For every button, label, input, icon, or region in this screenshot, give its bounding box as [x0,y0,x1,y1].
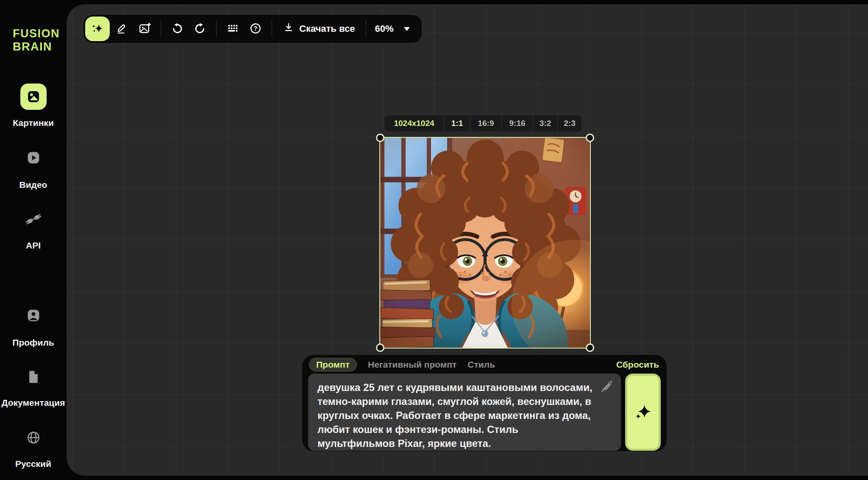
help-icon: ? [249,22,262,36]
selection-handle-bottom-right[interactable] [586,343,594,352]
aspect-option-1-1[interactable]: 1:1 [444,115,470,131]
sidebar-item-docs[interactable] [0,370,67,386]
profile-icon [26,308,41,323]
selection-handle-top-right[interactable] [586,134,594,142]
keyboard-shortcuts-icon [226,22,239,36]
redo-icon [194,22,206,36]
selection-handle-bottom-left[interactable] [376,343,384,352]
generate-button[interactable] [625,374,661,451]
prompt-input-wrap: девушка 25 лет с кудрявыми каштановыми в… [308,374,621,451]
magic-pen-icon[interactable] [600,380,613,395]
chevron-down-icon [404,27,410,31]
tab-style[interactable]: Стиль [467,360,495,370]
fusion-brain-logo[interactable]: FUSION BRAIN [13,27,60,53]
aspect-option-16-9[interactable]: 16:9 [470,115,501,131]
aspect-option-3-2[interactable]: 3:2 [533,115,557,131]
resolution-value[interactable]: 1024x1024 [384,115,444,131]
video-icon [26,151,41,165]
zoom-value: 60% [375,23,393,34]
aspect-option-2-3[interactable]: 2:3 [557,115,581,131]
sidebar-item-video[interactable] [0,151,67,167]
download-icon [283,22,294,36]
reset-button[interactable]: Сбросить [616,360,659,370]
redo-button[interactable] [189,17,211,41]
download-all-label: Скачать все [299,23,355,34]
api-plug-icon [25,211,42,227]
tab-prompt[interactable]: Промпт [309,358,357,371]
undo-button[interactable] [166,17,188,41]
globe-icon [26,430,41,445]
sidebar-item-images-label: Картинки [0,118,67,128]
download-all-button[interactable]: Скачать все [277,22,361,36]
aspect-ratio-toolbar: 1024x1024 1:1 16:9 9:16 3:2 2:3 [384,115,581,131]
sidebar-item-docs-label: Документация [0,398,67,408]
sidebar-item-video-label: Видео [0,180,67,190]
sidebar-item-images[interactable] [0,84,67,110]
sidebar-item-profile[interactable] [0,308,67,324]
sidebar-item-api-label: API [0,240,67,251]
zoom-control[interactable]: 60% [371,23,413,34]
toolbar-divider [366,21,366,37]
help-button[interactable]: ? [245,17,267,41]
selection-handle-top-left[interactable] [376,134,384,142]
aspect-option-9-16[interactable]: 9:16 [501,115,533,131]
add-image-tool-button[interactable] [134,17,156,41]
prompt-input[interactable]: девушка 25 лет с кудрявыми каштановыми в… [308,374,621,451]
sidebar-item-profile-label: Профиль [0,338,67,348]
shortcuts-button[interactable] [222,17,244,41]
toolbar: ? Скачать все 60% [83,15,422,43]
logo-line2: BRAIN [13,40,60,53]
logo-line1: FUSION [13,27,60,40]
draw-tool-button[interactable] [111,17,133,41]
toolbar-divider [272,21,272,37]
sparkle-generate-icon [91,22,104,36]
images-icon [20,84,47,110]
tab-negative-prompt[interactable]: Негативный промпт [368,360,456,370]
generated-image[interactable] [380,138,590,348]
sidebar-item-language[interactable] [0,430,67,447]
generate-tool-button[interactable] [85,17,110,41]
sparkle-icon [633,402,653,423]
prompt-panel: Промпт Негативный промпт Стиль Сбросить … [302,355,667,451]
prompt-tabs: Промпт Негативный промпт Стиль Сбросить [308,358,661,371]
document-icon [26,370,41,384]
sidebar-item-api[interactable] [0,211,67,229]
svg-text:?: ? [254,25,258,32]
toolbar-divider [216,21,217,37]
undo-icon [171,22,183,36]
toolbar-divider [161,21,161,37]
sidebar: FUSION BRAIN Картинки Видео [0,0,67,480]
sidebar-item-language-label: Русский [0,459,67,469]
generated-image-selection[interactable] [380,138,590,348]
add-image-icon [138,22,151,36]
draw-pencil-icon [116,22,128,36]
